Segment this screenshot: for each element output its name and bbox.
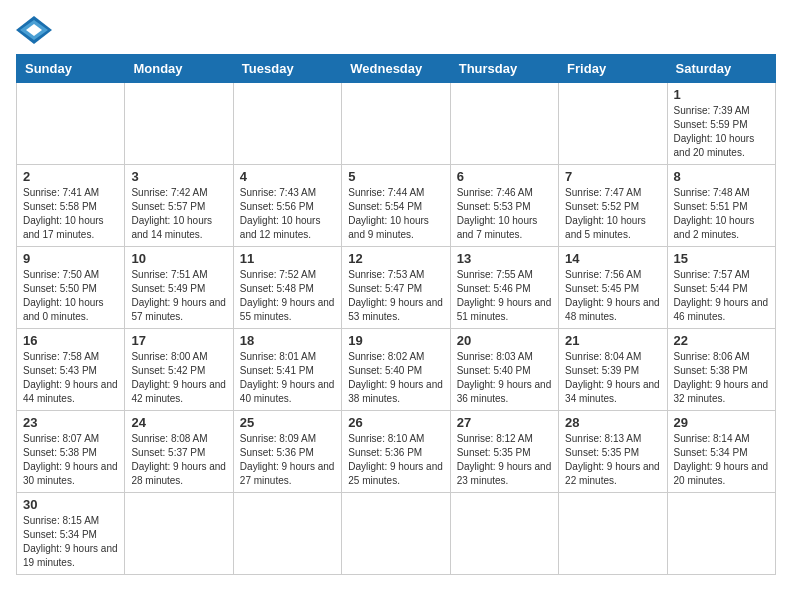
weekday-header: Wednesday [342,55,450,83]
day-info: Sunrise: 7:50 AM Sunset: 5:50 PM Dayligh… [23,268,118,324]
day-number: 6 [457,169,552,184]
day-number: 8 [674,169,769,184]
calendar-cell: 4Sunrise: 7:43 AM Sunset: 5:56 PM Daylig… [233,165,341,247]
weekday-header: Sunday [17,55,125,83]
weekday-header: Tuesday [233,55,341,83]
day-number: 19 [348,333,443,348]
day-info: Sunrise: 7:56 AM Sunset: 5:45 PM Dayligh… [565,268,660,324]
day-number: 28 [565,415,660,430]
calendar-cell: 27Sunrise: 8:12 AM Sunset: 5:35 PM Dayli… [450,411,558,493]
calendar-cell: 1Sunrise: 7:39 AM Sunset: 5:59 PM Daylig… [667,83,775,165]
day-number: 14 [565,251,660,266]
calendar-cell: 9Sunrise: 7:50 AM Sunset: 5:50 PM Daylig… [17,247,125,329]
calendar-cell [233,493,341,575]
calendar-cell [342,83,450,165]
day-info: Sunrise: 7:44 AM Sunset: 5:54 PM Dayligh… [348,186,443,242]
day-number: 9 [23,251,118,266]
calendar-cell [342,493,450,575]
calendar-cell [450,493,558,575]
calendar-cell: 3Sunrise: 7:42 AM Sunset: 5:57 PM Daylig… [125,165,233,247]
calendar-cell: 16Sunrise: 7:58 AM Sunset: 5:43 PM Dayli… [17,329,125,411]
day-info: Sunrise: 7:55 AM Sunset: 5:46 PM Dayligh… [457,268,552,324]
calendar-cell: 8Sunrise: 7:48 AM Sunset: 5:51 PM Daylig… [667,165,775,247]
calendar-cell [125,83,233,165]
calendar-cell: 2Sunrise: 7:41 AM Sunset: 5:58 PM Daylig… [17,165,125,247]
day-number: 22 [674,333,769,348]
calendar-cell [559,83,667,165]
day-info: Sunrise: 8:12 AM Sunset: 5:35 PM Dayligh… [457,432,552,488]
day-info: Sunrise: 7:46 AM Sunset: 5:53 PM Dayligh… [457,186,552,242]
day-info: Sunrise: 8:02 AM Sunset: 5:40 PM Dayligh… [348,350,443,406]
weekday-header: Monday [125,55,233,83]
calendar-cell: 21Sunrise: 8:04 AM Sunset: 5:39 PM Dayli… [559,329,667,411]
calendar-cell [450,83,558,165]
calendar-week-row: 9Sunrise: 7:50 AM Sunset: 5:50 PM Daylig… [17,247,776,329]
logo [16,16,58,44]
calendar-cell: 18Sunrise: 8:01 AM Sunset: 5:41 PM Dayli… [233,329,341,411]
day-info: Sunrise: 7:43 AM Sunset: 5:56 PM Dayligh… [240,186,335,242]
calendar-cell: 23Sunrise: 8:07 AM Sunset: 5:38 PM Dayli… [17,411,125,493]
calendar-cell [667,493,775,575]
day-number: 12 [348,251,443,266]
day-number: 17 [131,333,226,348]
calendar-week-row: 16Sunrise: 7:58 AM Sunset: 5:43 PM Dayli… [17,329,776,411]
day-info: Sunrise: 8:01 AM Sunset: 5:41 PM Dayligh… [240,350,335,406]
weekday-header: Friday [559,55,667,83]
calendar-cell: 25Sunrise: 8:09 AM Sunset: 5:36 PM Dayli… [233,411,341,493]
day-number: 24 [131,415,226,430]
day-number: 10 [131,251,226,266]
day-info: Sunrise: 8:08 AM Sunset: 5:37 PM Dayligh… [131,432,226,488]
calendar-cell: 20Sunrise: 8:03 AM Sunset: 5:40 PM Dayli… [450,329,558,411]
calendar-cell [125,493,233,575]
day-info: Sunrise: 8:07 AM Sunset: 5:38 PM Dayligh… [23,432,118,488]
day-number: 1 [674,87,769,102]
day-info: Sunrise: 7:52 AM Sunset: 5:48 PM Dayligh… [240,268,335,324]
day-number: 13 [457,251,552,266]
day-info: Sunrise: 7:57 AM Sunset: 5:44 PM Dayligh… [674,268,769,324]
calendar-cell [559,493,667,575]
day-number: 23 [23,415,118,430]
day-info: Sunrise: 8:00 AM Sunset: 5:42 PM Dayligh… [131,350,226,406]
calendar-cell: 6Sunrise: 7:46 AM Sunset: 5:53 PM Daylig… [450,165,558,247]
day-number: 16 [23,333,118,348]
day-info: Sunrise: 7:51 AM Sunset: 5:49 PM Dayligh… [131,268,226,324]
calendar-cell: 10Sunrise: 7:51 AM Sunset: 5:49 PM Dayli… [125,247,233,329]
day-info: Sunrise: 8:03 AM Sunset: 5:40 PM Dayligh… [457,350,552,406]
calendar-table: SundayMondayTuesdayWednesdayThursdayFrid… [16,54,776,575]
calendar-cell: 29Sunrise: 8:14 AM Sunset: 5:34 PM Dayli… [667,411,775,493]
day-number: 3 [131,169,226,184]
calendar-cell [17,83,125,165]
weekday-header-row: SundayMondayTuesdayWednesdayThursdayFrid… [17,55,776,83]
day-info: Sunrise: 8:10 AM Sunset: 5:36 PM Dayligh… [348,432,443,488]
calendar-cell: 15Sunrise: 7:57 AM Sunset: 5:44 PM Dayli… [667,247,775,329]
day-info: Sunrise: 7:58 AM Sunset: 5:43 PM Dayligh… [23,350,118,406]
day-number: 11 [240,251,335,266]
calendar-cell: 26Sunrise: 8:10 AM Sunset: 5:36 PM Dayli… [342,411,450,493]
day-info: Sunrise: 7:42 AM Sunset: 5:57 PM Dayligh… [131,186,226,242]
calendar-cell: 24Sunrise: 8:08 AM Sunset: 5:37 PM Dayli… [125,411,233,493]
calendar-cell: 11Sunrise: 7:52 AM Sunset: 5:48 PM Dayli… [233,247,341,329]
calendar-cell [233,83,341,165]
day-number: 7 [565,169,660,184]
calendar-cell: 22Sunrise: 8:06 AM Sunset: 5:38 PM Dayli… [667,329,775,411]
calendar-week-row: 30Sunrise: 8:15 AM Sunset: 5:34 PM Dayli… [17,493,776,575]
day-info: Sunrise: 8:14 AM Sunset: 5:34 PM Dayligh… [674,432,769,488]
logo-icon [16,16,52,44]
day-number: 2 [23,169,118,184]
day-number: 4 [240,169,335,184]
calendar-cell: 19Sunrise: 8:02 AM Sunset: 5:40 PM Dayli… [342,329,450,411]
day-info: Sunrise: 7:39 AM Sunset: 5:59 PM Dayligh… [674,104,769,160]
day-info: Sunrise: 8:09 AM Sunset: 5:36 PM Dayligh… [240,432,335,488]
page-header [16,16,776,44]
calendar-cell: 5Sunrise: 7:44 AM Sunset: 5:54 PM Daylig… [342,165,450,247]
day-info: Sunrise: 7:41 AM Sunset: 5:58 PM Dayligh… [23,186,118,242]
day-info: Sunrise: 8:15 AM Sunset: 5:34 PM Dayligh… [23,514,118,570]
calendar-week-row: 1Sunrise: 7:39 AM Sunset: 5:59 PM Daylig… [17,83,776,165]
day-number: 27 [457,415,552,430]
day-info: Sunrise: 7:53 AM Sunset: 5:47 PM Dayligh… [348,268,443,324]
day-number: 29 [674,415,769,430]
day-number: 30 [23,497,118,512]
day-number: 5 [348,169,443,184]
calendar-cell: 17Sunrise: 8:00 AM Sunset: 5:42 PM Dayli… [125,329,233,411]
calendar-week-row: 23Sunrise: 8:07 AM Sunset: 5:38 PM Dayli… [17,411,776,493]
